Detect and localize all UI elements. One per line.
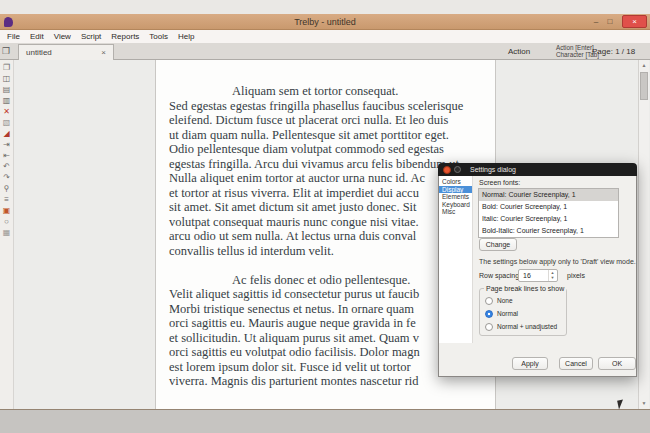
new-tab-icon[interactable]: ❐ [2, 46, 10, 56]
radio-icon [485, 323, 493, 331]
scrollbar-thumb[interactable] [640, 72, 648, 100]
scroll-up-icon[interactable]: ▲ [639, 61, 649, 70]
page-break-radio[interactable]: None [485, 294, 564, 307]
goto-prev-icon[interactable]: ⇤ [0, 150, 13, 161]
menu-item[interactable]: Script [76, 32, 106, 41]
new-script-icon[interactable]: ❐ [0, 62, 13, 73]
apply-button[interactable]: Apply [512, 357, 548, 370]
menu-item[interactable]: View [49, 32, 76, 41]
pixels-label: pixels [567, 272, 585, 279]
find-icon[interactable]: ⚲ [0, 183, 13, 194]
stepper-down-icon[interactable]: ▼ [551, 276, 555, 281]
dialog-content: Screen fonts: Normal: Courier Screenplay… [473, 176, 636, 376]
settings-dialog: Settings dialog Colors Display Elements … [438, 163, 637, 377]
menu-bar: File Edit View Script Reports Tools Help [0, 30, 650, 43]
minimize-button[interactable]: – [590, 17, 602, 26]
spell-check-icon[interactable]: ▣ [0, 205, 13, 216]
script-line: Odio pellentesque diam volutpat commodo … [169, 142, 495, 157]
font-list-row[interactable]: Bold-Italic: Courier Screenplay, 1 [479, 225, 618, 237]
font-list-row[interactable]: Normal: Courier Screenplay, 1 [479, 189, 618, 201]
nav-item-misc[interactable]: Misc [439, 208, 472, 216]
cancel-button[interactable]: Cancel [559, 357, 593, 370]
save-script-icon[interactable]: ▤ [0, 84, 13, 95]
page-indicator: Page: 1 / 18 [592, 47, 635, 56]
view-mode-icon[interactable]: ○ [0, 216, 13, 227]
window-title: Trelby - untitled [0, 17, 650, 27]
page-break-options: None Normal Normal + unadjus [485, 294, 564, 333]
screen-fonts-list[interactable]: Normal: Courier Screenplay, 1 Bold: Cour… [478, 188, 619, 238]
nav-item-display[interactable]: Display [439, 186, 472, 194]
page-break-group-label: Page break lines to show [484, 285, 566, 292]
script-line: ut diam quam nulla. Pellentesque sit ame… [169, 128, 495, 143]
element-type-indicator: Action [508, 47, 530, 56]
export-pdf-icon[interactable]: ◢ [0, 128, 13, 139]
reports-icon[interactable]: ▦ [0, 227, 13, 238]
screen: Trelby - untitled – □ × File Edit View S… [0, 0, 650, 433]
dialog-title: Settings dialog [470, 166, 516, 173]
screen-fonts-label: Screen fonts: [479, 179, 520, 186]
row-spacing-stepper[interactable]: 16 ▲ ▼ [518, 269, 558, 282]
tab-label: untitled [26, 48, 52, 57]
dialog-title-bar[interactable]: Settings dialog [438, 163, 637, 176]
dialog-body: Colors Display Elements Keyboard Misc Sc… [438, 176, 637, 377]
radio-label: None [497, 297, 513, 304]
radio-label: Normal + unadjusted [497, 323, 557, 330]
trelby-window: Trelby - untitled – □ × File Edit View S… [0, 14, 650, 410]
close-script-icon[interactable]: ✕ [0, 106, 13, 117]
undo-icon[interactable]: ↶ [0, 161, 13, 172]
nav-item-colors[interactable]: Colors [439, 178, 472, 186]
font-list-row[interactable]: Bold: Courier Screenplay, 1 [479, 201, 618, 213]
menu-item[interactable]: File [2, 32, 25, 41]
left-toolbar: ❐ ◫ ▤ ▥ ✕ ▧ ◢ ⇥ ⇤ ↶ [0, 60, 14, 409]
dialog-nav-list: Colors Display Elements Keyboard Misc [439, 176, 473, 343]
scroll-down-icon[interactable]: ▼ [639, 399, 649, 408]
menu-item[interactable]: Edit [25, 32, 49, 41]
dialog-minimize-icon[interactable] [454, 166, 461, 173]
menu-item[interactable]: Reports [106, 32, 144, 41]
nav-item-elements[interactable]: Elements [439, 193, 472, 201]
nav-item-keyboard[interactable]: Keyboard [439, 201, 472, 209]
page-break-radio[interactable]: Normal [485, 307, 564, 320]
row-spacing-label: Row spacing: [479, 272, 521, 279]
change-button[interactable]: Change [479, 238, 517, 251]
tab-untitled[interactable]: untitled × [18, 44, 114, 60]
ok-button[interactable]: OK [598, 357, 636, 370]
paste-icon[interactable]: ▧ [0, 117, 13, 128]
desktop-background [0, 0, 650, 14]
script-line: Sed egestas egestas fringilla phasellus … [169, 99, 495, 114]
vertical-scrollbar[interactable]: ▲ ▼ [638, 60, 649, 409]
title-bar[interactable]: Trelby - untitled – □ × [0, 14, 650, 30]
tab-bar: ❐ untitled × Action Action [Enter] Chara… [0, 43, 650, 60]
font-list-row[interactable]: Italic: Courier Screenplay, 1 [479, 213, 618, 225]
goto-next-icon[interactable]: ⇥ [0, 139, 13, 150]
save-as-icon[interactable]: ▥ [0, 95, 13, 106]
menu-item[interactable]: Help [173, 32, 199, 41]
draft-mode-note: The settings below apply only to 'Draft'… [479, 258, 636, 265]
close-button[interactable]: × [622, 15, 647, 28]
radio-icon [485, 297, 493, 305]
row-spacing-value[interactable]: 16 [523, 270, 531, 282]
radio-label: Normal [497, 310, 518, 317]
radio-icon [485, 310, 493, 318]
page-break-group: Page break lines to show None [479, 288, 567, 336]
page-break-radio[interactable]: Normal + unadjusted [485, 320, 564, 333]
stepper-arrows[interactable]: ▲ ▼ [548, 270, 556, 281]
script-line: eleifend. Dictum fusce ut placerat orci … [169, 113, 495, 128]
tab-close-icon[interactable]: × [101, 48, 106, 57]
redo-icon[interactable]: ↷ [0, 172, 13, 183]
script-line: Aliquam sem et tortor consequat. [169, 84, 495, 99]
dialog-close-icon[interactable] [443, 166, 451, 174]
open-script-icon[interactable]: ◫ [0, 73, 13, 84]
maximize-button[interactable]: □ [604, 17, 616, 26]
menu-item[interactable]: Tools [144, 32, 173, 41]
scene-list-icon[interactable]: ≡ [0, 194, 13, 205]
